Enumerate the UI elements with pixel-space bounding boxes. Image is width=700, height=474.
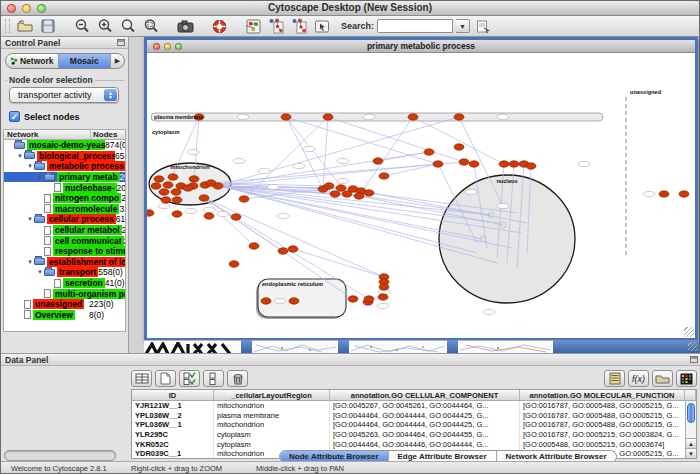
tree-row[interactable]: unassigned223(0) bbox=[4, 299, 125, 310]
tab-mosaic[interactable]: Mosaic bbox=[59, 54, 112, 68]
control-panel-float-icon[interactable] bbox=[117, 39, 125, 46]
select-attributes-icon[interactable] bbox=[179, 370, 200, 387]
expand-arrow-icon[interactable]: ▼ bbox=[26, 216, 34, 222]
tree-row[interactable]: ▼transport558(0) bbox=[4, 267, 125, 278]
node-label bbox=[497, 203, 509, 208]
resize-grip-icon[interactable] bbox=[688, 342, 697, 351]
zoom-out-icon[interactable] bbox=[72, 17, 92, 35]
minimized-view-thumbnail[interactable] bbox=[252, 340, 338, 353]
tree-row[interactable]: mosaic-demo-yeast874(0) bbox=[4, 140, 125, 151]
expand-arrow-icon[interactable]: ▼ bbox=[26, 163, 34, 169]
table-row[interactable]: YJR121W__1mitochondrion[GO:0045267, GO:0… bbox=[132, 401, 696, 411]
attribute-matrix-icon[interactable] bbox=[676, 370, 697, 387]
node-count: 8(0) bbox=[89, 310, 125, 320]
tree-row[interactable]: nitrogen compo209(0) bbox=[4, 193, 125, 204]
tree-row[interactable]: multi-organism pro42(0) bbox=[4, 288, 125, 299]
vizmapper-icon[interactable] bbox=[266, 17, 286, 35]
unselect-attributes-icon[interactable] bbox=[203, 370, 224, 387]
tree-row[interactable]: ▼establishment of lo558(0) bbox=[4, 257, 125, 268]
table-row[interactable]: YLR295Ccytoplasm[GO:0045263, GO:0044464,… bbox=[132, 430, 696, 440]
node-color-dropdown[interactable]: transporter activity ▲▼ bbox=[9, 87, 119, 103]
table-row[interactable]: YPL036W__1mitochondrion[GO:0044464, GO:0… bbox=[132, 420, 696, 430]
scrollbar-thumb[interactable] bbox=[687, 403, 695, 423]
attribute-table-header[interactable]: ID _cellularLayoutRegion annotation.GO C… bbox=[132, 390, 696, 401]
network-node bbox=[459, 159, 469, 165]
tree-row[interactable]: ▼cellular process614(0) bbox=[4, 214, 125, 225]
vizmapper-edit-icon[interactable] bbox=[289, 17, 309, 35]
search-dropdown-button[interactable]: ▼ bbox=[456, 19, 470, 33]
save-session-button[interactable] bbox=[38, 17, 58, 35]
window-titlebar[interactable]: Cytoscape Desktop (New Session) bbox=[1, 1, 699, 16]
network-node bbox=[278, 248, 288, 254]
document-icon bbox=[24, 310, 31, 319]
zoom-fit-icon[interactable] bbox=[118, 17, 138, 35]
attribute-table-icon[interactable] bbox=[131, 370, 152, 387]
expand-arrow-icon[interactable]: ▼ bbox=[16, 153, 24, 159]
minimized-view-thumbnail[interactable] bbox=[458, 340, 553, 353]
minimized-view-thumbnail[interactable] bbox=[349, 340, 447, 353]
tree-row[interactable]: response to stimulu264(0) bbox=[4, 246, 125, 257]
network-node bbox=[172, 197, 182, 203]
snapshot-camera-icon[interactable] bbox=[175, 17, 195, 35]
tree-header[interactable]: Network Nodes bbox=[3, 129, 126, 140]
expand-arrow-icon[interactable]: ▼ bbox=[36, 269, 44, 275]
network-node bbox=[161, 197, 171, 203]
resize-grip-icon[interactable] bbox=[684, 327, 694, 337]
status-bar: Welcome to Cytoscape 2.8.1 Right-click +… bbox=[1, 461, 700, 473]
layout-icon[interactable] bbox=[243, 17, 263, 35]
function-builder-icon[interactable]: f(x) bbox=[628, 370, 649, 387]
network-node bbox=[204, 213, 214, 219]
table-scrollbar[interactable]: ▲ ▼ bbox=[685, 401, 696, 458]
data-panel-float-icon[interactable] bbox=[690, 356, 698, 363]
tree-row[interactable]: macromolecule311(0) bbox=[4, 204, 125, 215]
tree-row[interactable]: Overview8(0) bbox=[4, 310, 125, 321]
table-row[interactable]: YKR052Ccytoplasm[GO:0044464, GO:0044446,… bbox=[132, 440, 696, 450]
manual-layout-icon[interactable] bbox=[312, 17, 332, 35]
view-window-bottom-edge[interactable] bbox=[553, 340, 699, 353]
tab-network[interactable]: Network bbox=[6, 54, 59, 68]
tree-row[interactable]: ▼biological_process651(0) bbox=[4, 151, 125, 162]
select-nodes-checkbox[interactable]: ✓ bbox=[9, 111, 20, 122]
tree-row[interactable]: cell communicat22(0) bbox=[4, 235, 125, 246]
tree-row[interactable]: nucleobase-209(0) bbox=[4, 182, 125, 193]
minimized-view-thumbnail[interactable] bbox=[144, 340, 241, 353]
view-window-titlebar[interactable]: primary metabolic process bbox=[147, 40, 695, 53]
help-lifering-icon[interactable] bbox=[209, 17, 229, 35]
zoom-selected-icon[interactable] bbox=[141, 17, 161, 35]
scroll-down-icon[interactable]: ▼ bbox=[686, 448, 696, 458]
node-count: 558(0) bbox=[98, 267, 126, 277]
expand-arrow-icon[interactable]: ▼ bbox=[36, 174, 44, 180]
scroll-up-icon[interactable]: ▲ bbox=[686, 438, 696, 448]
network-canvas[interactable]: plasma membranecytoplasmmitochondrionnuc… bbox=[147, 53, 695, 338]
tree-item-label: secretion bbox=[63, 278, 105, 288]
document-icon bbox=[44, 226, 51, 235]
search-input[interactable] bbox=[377, 19, 453, 33]
folder-icon bbox=[44, 269, 55, 276]
open-file-button[interactable] bbox=[15, 17, 35, 35]
table-cell: cytoplasm bbox=[214, 430, 330, 440]
network-view-window[interactable]: primary metabolic process plasma membran… bbox=[144, 37, 698, 341]
network-node bbox=[330, 191, 340, 197]
node-label bbox=[643, 191, 655, 196]
zoom-in-icon[interactable] bbox=[95, 17, 115, 35]
svg-text:f(x): f(x) bbox=[632, 374, 645, 384]
tree-row[interactable]: secretion41(0) bbox=[4, 278, 125, 289]
table-row[interactable]: YPL036W__2plasma membrane[GO:0044464, GO… bbox=[132, 411, 696, 421]
window-edge[interactable] bbox=[447, 340, 458, 353]
delete-attribute-icon[interactable] bbox=[227, 370, 248, 387]
tree-row[interactable]: ▼primary metab209(... bbox=[4, 172, 125, 183]
toolbar-grip[interactable] bbox=[5, 19, 10, 33]
search-settings-icon[interactable] bbox=[473, 17, 493, 35]
tabs-overflow-arrow[interactable]: ▶ bbox=[111, 54, 124, 68]
tree-item-label: mosaic-demo-yeast bbox=[27, 140, 105, 150]
window-edge[interactable] bbox=[338, 340, 349, 353]
tree-row[interactable]: cellular metabol209(0) bbox=[4, 225, 125, 236]
folder-icon bbox=[24, 152, 35, 159]
import-attributes-icon[interactable] bbox=[652, 370, 673, 387]
window-edge[interactable] bbox=[241, 340, 252, 353]
network-node bbox=[189, 176, 199, 182]
tree-row[interactable]: ▼metabolic process280(0) bbox=[4, 161, 125, 172]
new-attribute-icon[interactable] bbox=[155, 370, 176, 387]
attribute-list-icon[interactable] bbox=[604, 370, 625, 387]
expand-arrow-icon[interactable]: ▼ bbox=[26, 259, 34, 265]
